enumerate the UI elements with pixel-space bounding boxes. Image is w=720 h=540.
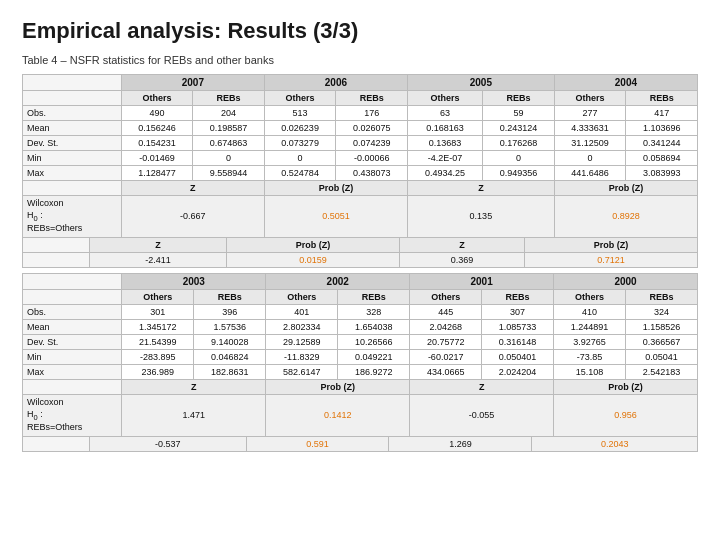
empty-header-bot — [23, 273, 122, 289]
cell: 0.524784 — [264, 166, 336, 181]
cell: 0.13683 — [407, 136, 482, 151]
wilcoxon-row-top-2: Z Prob (Z) Z Prob (Z) — [23, 237, 698, 252]
cell: 0.046824 — [194, 349, 266, 364]
wilcoxon-label-bot: WilcoxonH0 :REBs=Others — [23, 394, 122, 436]
table-row: Min -283.895 0.046824 -11.8329 0.049221 … — [23, 349, 698, 364]
year-2000: 2000 — [554, 273, 698, 289]
page-title: Empirical analysis: Results (3/3) — [22, 18, 698, 44]
table-row: Max 236.989 182.8631 582.6147 186.9272 4… — [23, 364, 698, 379]
cell: 0.049221 — [338, 349, 410, 364]
cell: 434.0665 — [410, 364, 482, 379]
col-rebs-2003: REBs — [194, 289, 266, 304]
col-others-2007: Others — [121, 91, 193, 106]
cell: 0.438073 — [336, 166, 408, 181]
probz-val-4: 0.7121 — [525, 252, 698, 267]
empty-header — [23, 75, 122, 91]
cell: 2.542183 — [626, 364, 698, 379]
cell: 490 — [121, 106, 193, 121]
cell: -283.895 — [122, 349, 194, 364]
col-others-2002: Others — [266, 289, 338, 304]
z-header-3: Z — [90, 237, 227, 252]
col-rebs-2004: REBs — [626, 91, 698, 106]
cell: 204 — [193, 106, 265, 121]
cell: 1.654038 — [338, 319, 410, 334]
wilcoxon-probz-2: 0.8928 — [554, 196, 697, 238]
cell: 10.26566 — [338, 334, 410, 349]
col-others-2005: Others — [407, 91, 482, 106]
cell: 21.54399 — [122, 334, 194, 349]
cell: 410 — [554, 304, 626, 319]
cell: 513 — [264, 106, 336, 121]
year-2004: 2004 — [554, 75, 697, 91]
table-row: Min -0.01469 0 0 -0.00066 -4.2E-07 0 0 0… — [23, 151, 698, 166]
probz-header-1: Prob (Z) — [264, 181, 407, 196]
cell: 15.108 — [554, 364, 626, 379]
cell: 0 — [554, 151, 626, 166]
cell: 401 — [266, 304, 338, 319]
cell: 0.154231 — [121, 136, 193, 151]
probz-header-2: Prob (Z) — [554, 181, 697, 196]
row-min-label: Min — [23, 151, 122, 166]
cell: 31.12509 — [554, 136, 626, 151]
col-rebs-2000: REBs — [626, 289, 698, 304]
cell: 9.558944 — [193, 166, 265, 181]
bot-devst-label: Dev. St. — [23, 334, 122, 349]
col-others-2004: Others — [554, 91, 626, 106]
row-max-label: Max — [23, 166, 122, 181]
cell: 0.316148 — [482, 334, 554, 349]
probz-header-3: Prob (Z) — [227, 237, 400, 252]
cell: 2.024204 — [482, 364, 554, 379]
cell: -60.0217 — [410, 349, 482, 364]
cell: 1.57536 — [194, 319, 266, 334]
z-header-1: Z — [121, 181, 264, 196]
cell: -4.2E-07 — [407, 151, 482, 166]
table-subtitle: Table 4 – NSFR statistics for REBs and o… — [22, 54, 698, 66]
cell: 1.085733 — [482, 319, 554, 334]
cell: 2.802334 — [266, 319, 338, 334]
cell: 182.8631 — [194, 364, 266, 379]
year-2005: 2005 — [407, 75, 554, 91]
cell: 0.156246 — [121, 121, 193, 136]
wilcoxon-z-2: 0.135 — [407, 196, 554, 238]
cell: 2.04268 — [410, 319, 482, 334]
cell: 0 — [264, 151, 336, 166]
cell: 3.92765 — [554, 334, 626, 349]
col-rebs-2002: REBs — [338, 289, 410, 304]
col-others-2006: Others — [264, 91, 336, 106]
year-2007: 2007 — [121, 75, 264, 91]
probz-val-3: 0.0159 — [227, 252, 400, 267]
cell: 301 — [122, 304, 194, 319]
cell: 0.949356 — [483, 166, 555, 181]
cell: 20.75772 — [410, 334, 482, 349]
wilcoxon-extra-bot: -0.537 0.591 1.269 0.2043 — [22, 436, 698, 452]
cell: 0.674863 — [193, 136, 265, 151]
wilcoxon-probz-1: 0.5051 — [264, 196, 407, 238]
year-2002: 2002 — [266, 273, 410, 289]
top-table: 2007 2006 2005 2004 Others REBs Others R… — [22, 74, 698, 238]
col-rebs-2005: REBs — [483, 91, 555, 106]
wilcoxon-probz-bot-1: 0.1412 — [266, 394, 410, 436]
stat-empty-bot — [23, 379, 122, 394]
year-2001: 2001 — [410, 273, 554, 289]
table-row: Mean 1.345172 1.57536 2.802334 1.654038 … — [23, 319, 698, 334]
table-row: Obs. 490 204 513 176 63 59 277 417 — [23, 106, 698, 121]
empty-cell-bot — [23, 436, 90, 451]
probz-header-bot-1: Prob (Z) — [266, 379, 410, 394]
wilcoxon-z-bot-1: 1.471 — [122, 394, 266, 436]
cell: -0.01469 — [121, 151, 193, 166]
col-rebs-2006: REBs — [336, 91, 408, 106]
cell: 307 — [482, 304, 554, 319]
table-row: Max 1.128477 9.558944 0.524784 0.438073 … — [23, 166, 698, 181]
cell: 186.9272 — [338, 364, 410, 379]
z-header-bot-1: Z — [122, 379, 266, 394]
year-2003: 2003 — [122, 273, 266, 289]
wilcoxon-vals-top-2: -2.411 0.0159 0.369 0.7121 — [23, 252, 698, 267]
cell: 3.083993 — [626, 166, 698, 181]
cell: 0.341244 — [626, 136, 698, 151]
cell: 1.345172 — [122, 319, 194, 334]
z-val-4: 0.369 — [399, 252, 524, 267]
cell: 0.026239 — [264, 121, 336, 136]
cell: 236.989 — [122, 364, 194, 379]
cell: 0.176268 — [483, 136, 555, 151]
col-empty — [23, 91, 122, 106]
